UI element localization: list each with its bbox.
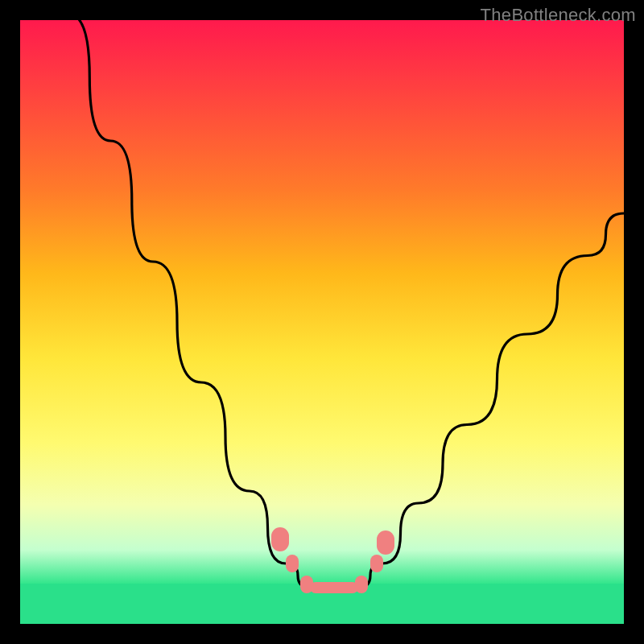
heat-gradient bbox=[20, 20, 624, 584]
curve-marker bbox=[286, 555, 299, 572]
curve-marker bbox=[370, 555, 383, 572]
curve-marker bbox=[310, 582, 358, 593]
curve-marker bbox=[377, 530, 394, 555]
curve-marker bbox=[355, 576, 368, 593]
watermark-text: TheBottleneck.com bbox=[481, 5, 636, 26]
curve-marker bbox=[271, 527, 289, 551]
chart-frame bbox=[20, 20, 624, 624]
